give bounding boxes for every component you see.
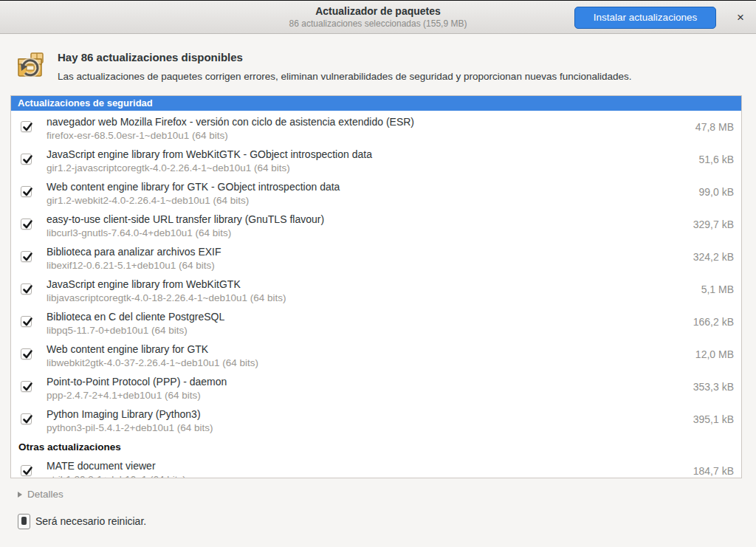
package-size: 51,6 kB — [699, 143, 734, 176]
package-version: firefox-esr-68.5.0esr-1~deb10u1 (64 bits… — [47, 129, 660, 142]
update-row: Point-to-Point Protocol (PPP) - daemonpp… — [11, 371, 741, 403]
package-version: ppp-2.4.7-2+4.1+deb10u1 (64 bits) — [47, 389, 660, 402]
package-version: libcurl3-gnutls-7.64.0-4+deb10u1 (64 bit… — [47, 227, 660, 240]
package-size: 395,1 kB — [693, 403, 734, 436]
update-row: JavaScript engine library from WebKitGTK… — [11, 273, 741, 306]
update-checkbox[interactable] — [21, 316, 32, 327]
package-version: libexif12-0.6.21-5.1+deb10u1 (64 bits) — [47, 259, 660, 272]
package-version: gir1.2-webkit2-4.0-2.26.4-1~deb10u1 (64 … — [47, 194, 660, 207]
package-name: Biblioteca en C del cliente PostgreSQL — [47, 310, 660, 324]
update-row: Biblioteca en C del cliente PostgreSQLli… — [11, 306, 741, 338]
update-checkbox[interactable] — [21, 186, 32, 197]
update-row: Biblioteca para analizar archivos EXIFli… — [11, 241, 741, 273]
chevron-right-icon — [18, 492, 22, 498]
update-checkbox[interactable] — [21, 121, 32, 132]
update-checkbox[interactable] — [21, 348, 32, 359]
update-checkbox[interactable] — [21, 465, 32, 476]
package-size: 47,8 MB — [695, 111, 734, 143]
package-size: 99,0 kB — [699, 176, 734, 208]
package-size: 12,0 MB — [695, 338, 734, 371]
package-version: libpq5-11.7-0+deb10u1 (64 bits) — [47, 324, 660, 337]
update-checkbox[interactable] — [21, 381, 32, 392]
update-checkbox[interactable] — [21, 154, 32, 165]
section-header-other: Otras actualizaciones — [11, 436, 741, 455]
updates-available-title: Hay 86 actualizaciones disponibles — [58, 44, 746, 65]
close-icon[interactable]: × — [731, 9, 750, 27]
package-updater-icon — [13, 47, 49, 83]
package-size: 184,7 kB — [693, 455, 734, 478]
update-checkbox[interactable] — [21, 219, 32, 230]
restart-required-icon — [18, 514, 30, 529]
update-row: Python Imaging Library (Python3)python3-… — [11, 403, 741, 436]
titlebar: Actualizador de paquetes 86 actualizacio… — [0, 0, 756, 34]
package-name: JavaScript engine library from WebKitGTK… — [47, 148, 660, 162]
update-checkbox[interactable] — [21, 283, 32, 295]
updates-list: Actualizaciones de seguridadnavegador we… — [10, 95, 742, 478]
header: Hay 86 actualizaciones disponibles Las a… — [13, 44, 746, 83]
update-row: navegador web Mozilla Firefox - versión … — [11, 111, 741, 143]
package-version: atril-1.20.3-1+deb10u1 (64 bits) — [47, 473, 660, 478]
package-name: Biblioteca para analizar archivos EXIF — [47, 245, 660, 259]
package-name: MATE document viewer — [47, 459, 660, 473]
details-expander[interactable]: Detalles — [18, 488, 63, 503]
package-name: Point-to-Point Protocol (PPP) - daemon — [47, 375, 660, 389]
package-name: JavaScript engine library from WebKitGTK — [47, 278, 660, 292]
details-label: Detalles — [27, 489, 63, 500]
package-size: 166,2 kB — [693, 306, 734, 338]
updates-description: Las actualizaciones de paquetes corrigen… — [58, 65, 746, 83]
package-size: 5,1 MB — [701, 273, 734, 306]
update-row: easy-to-use client-side URL transfer lib… — [11, 208, 741, 241]
update-row: Web content engine library for GTK - GOb… — [11, 176, 741, 208]
update-checkbox[interactable] — [21, 251, 32, 262]
update-row: MATE document vieweratril-1.20.3-1+deb10… — [11, 455, 741, 478]
package-name: Web content engine library for GTK - GOb… — [47, 180, 660, 194]
package-size: 353,3 kB — [693, 371, 734, 403]
package-size: 329,7 kB — [693, 208, 734, 241]
package-name: navegador web Mozilla Firefox - versión … — [47, 115, 660, 129]
update-row: JavaScript engine library from WebKitGTK… — [11, 143, 741, 176]
package-version: libjavascriptcoregtk-4.0-18-2.26.4-1~deb… — [47, 292, 660, 305]
package-version: libwebkit2gtk-4.0-37-2.26.4-1~deb10u1 (6… — [47, 357, 660, 370]
update-checkbox[interactable] — [21, 413, 32, 424]
package-name: Web content engine library for GTK — [47, 343, 660, 357]
section-header-security: Actualizaciones de seguridad — [11, 96, 741, 111]
restart-notice-text: Será necesario reiniciar. — [35, 515, 146, 527]
package-size: 324,2 kB — [693, 241, 734, 273]
update-row: Web content engine library for GTKlibweb… — [11, 338, 741, 371]
package-name: easy-to-use client-side URL transfer lib… — [47, 213, 660, 227]
install-updates-button[interactable]: Instalar actualizaciones — [574, 7, 716, 29]
package-version: python3-pil-5.4.1-2+deb10u1 (64 bits) — [47, 422, 660, 435]
package-name: Python Imaging Library (Python3) — [47, 407, 660, 422]
package-version: gir1.2-javascriptcoregtk-4.0-2.26.4-1~de… — [47, 162, 660, 175]
